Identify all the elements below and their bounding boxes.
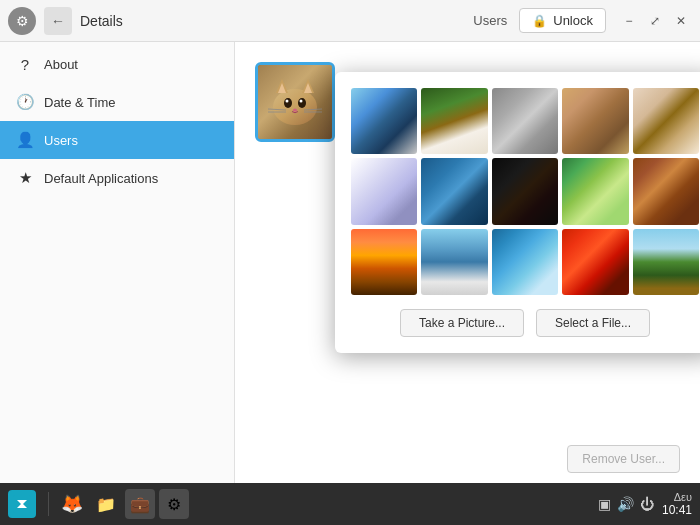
- sidebar-item-label: About: [44, 57, 78, 72]
- volume-icon[interactable]: 🔊: [617, 496, 634, 512]
- about-icon: ?: [16, 56, 34, 73]
- photo-thumb-tree[interactable]: [633, 229, 699, 295]
- content-actions: Remove User...: [567, 445, 680, 473]
- photo-thumb-hummingbird[interactable]: [562, 158, 628, 224]
- display-icon[interactable]: ▣: [598, 496, 611, 512]
- taskbar-clock[interactable]: Δευ 10:41: [662, 491, 692, 517]
- restore-button[interactable]: ⤢: [644, 10, 666, 32]
- taskbar-system-icons: ▣ 🔊 ⏻: [598, 496, 654, 512]
- back-icon: ←: [51, 13, 65, 29]
- close-button[interactable]: ✕: [670, 10, 692, 32]
- minimize-button[interactable]: −: [618, 10, 640, 32]
- photo-picker-dialog: Take a Picture... Select a File...: [335, 72, 700, 353]
- taskbar-firefox[interactable]: 🦊: [57, 489, 87, 519]
- titlebar: ⚙ ← Details Users 🔒 Unlock − ⤢ ✕: [0, 0, 700, 42]
- photo-thumb-mountain[interactable]: [351, 229, 417, 295]
- select-file-button[interactable]: Select a File...: [536, 309, 650, 337]
- star-icon: ★: [16, 169, 34, 187]
- titlebar-center: Users 🔒 Unlock: [473, 8, 606, 33]
- users-section-label: Users: [473, 13, 507, 28]
- photo-thumb-bike[interactable]: [351, 88, 417, 154]
- taskbar-briefcase[interactable]: 💼: [125, 489, 155, 519]
- window-title: Details: [80, 13, 123, 29]
- zorin-icon[interactable]: [8, 490, 36, 518]
- taskbar-right: ▣ 🔊 ⏻ Δευ 10:41: [598, 491, 692, 517]
- window-controls: − ⤢ ✕: [618, 10, 692, 32]
- cat-svg: [258, 65, 332, 139]
- avatar-image: [258, 65, 332, 139]
- taskbar-settings[interactable]: ⚙: [159, 489, 189, 519]
- sidebar-item-label: Date & Time: [44, 95, 116, 110]
- remove-user-button[interactable]: Remove User...: [567, 445, 680, 473]
- svg-point-6: [284, 98, 292, 108]
- clock-day: Δευ: [662, 491, 692, 503]
- clock-icon: 🕐: [16, 93, 34, 111]
- photo-thumb-gamepad[interactable]: [421, 158, 487, 224]
- unlock-label: Unlock: [553, 13, 593, 28]
- take-picture-button[interactable]: Take a Picture...: [400, 309, 524, 337]
- taskbar-files[interactable]: 📁: [91, 489, 121, 519]
- picker-actions: Take a Picture... Select a File...: [351, 309, 699, 337]
- lock-icon: 🔒: [532, 14, 547, 28]
- svg-point-10: [293, 109, 297, 112]
- photo-thumb-surfer[interactable]: [492, 229, 558, 295]
- avatar-frame[interactable]: [255, 62, 335, 142]
- svg-point-9: [300, 100, 303, 103]
- photo-thumb-coffee[interactable]: [633, 88, 699, 154]
- photo-thumb-flower[interactable]: [351, 158, 417, 224]
- sidebar-item-label: Default Applications: [44, 171, 158, 186]
- users-icon: 👤: [16, 131, 34, 149]
- sidebar-item-datetime[interactable]: 🕐 Date & Time: [0, 83, 234, 121]
- sidebar-item-label: Users: [44, 133, 78, 148]
- power-icon[interactable]: ⏻: [640, 496, 654, 512]
- back-button[interactable]: ←: [44, 7, 72, 35]
- taskbar: 🦊 📁 💼 ⚙ ▣ 🔊 ⏻ Δευ 10:41: [0, 483, 700, 525]
- photo-grid: [351, 88, 699, 295]
- clock-time: 10:41: [662, 503, 692, 517]
- photo-thumb-guitar[interactable]: [492, 158, 558, 224]
- content-area: Take a Picture... Select a File... Remov…: [235, 42, 700, 483]
- photo-thumb-tomatoes[interactable]: [562, 229, 628, 295]
- svg-point-7: [298, 98, 306, 108]
- sidebar: ? About 🕐 Date & Time 👤 Users ★ Default …: [0, 42, 235, 483]
- photo-thumb-squirrel[interactable]: [633, 158, 699, 224]
- svg-point-1: [273, 89, 317, 125]
- unlock-button[interactable]: 🔒 Unlock: [519, 8, 606, 33]
- photo-thumb-cat2[interactable]: [562, 88, 628, 154]
- titlebar-left: ⚙ ← Details: [8, 7, 473, 35]
- sidebar-item-users[interactable]: 👤 Users: [0, 121, 234, 159]
- taskbar-sep1: [48, 492, 49, 516]
- svg-point-8: [286, 100, 289, 103]
- gear-icon: ⚙: [8, 7, 36, 35]
- photo-thumb-keyboard[interactable]: [492, 88, 558, 154]
- taskbar-left: 🦊 📁 💼 ⚙: [8, 489, 189, 519]
- photo-thumb-airplane[interactable]: [421, 229, 487, 295]
- sidebar-item-about[interactable]: ? About: [0, 46, 234, 83]
- main-content: ? About 🕐 Date & Time 👤 Users ★ Default …: [0, 42, 700, 483]
- photo-thumb-book[interactable]: [421, 88, 487, 154]
- sidebar-item-default-apps[interactable]: ★ Default Applications: [0, 159, 234, 197]
